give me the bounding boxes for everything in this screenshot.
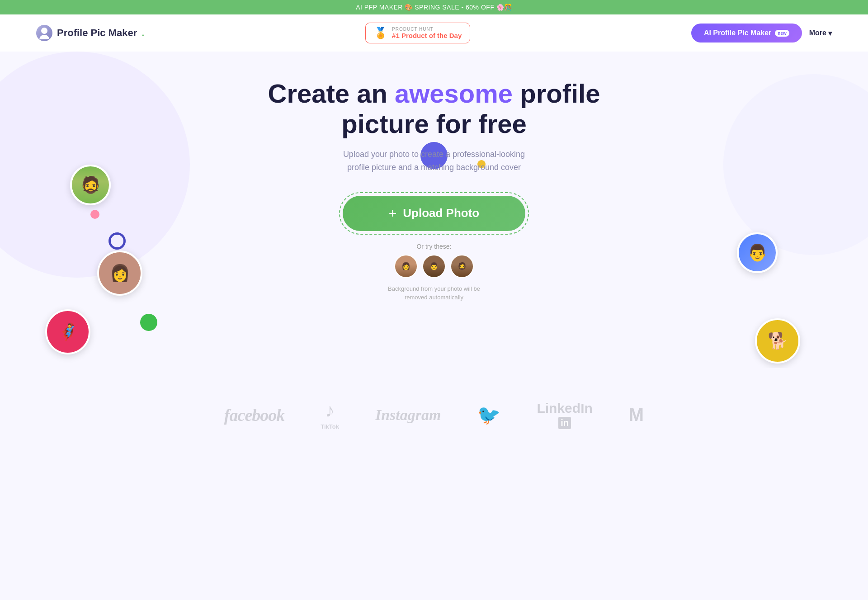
logo-text: Profile Pic Maker <box>57 27 137 39</box>
headline-part2: profile <box>513 79 600 108</box>
bg-note-line2: removed automatically <box>405 294 463 301</box>
upload-photo-button[interactable]: + Upload Photo <box>343 196 525 231</box>
logo-dot: . <box>142 27 144 39</box>
hero-headline: Create an awesome profile picture for fr… <box>9 79 859 139</box>
top-banner: AI PFP MAKER 🎨 SPRING SALE - 60% OFF 🌸🎊 <box>0 0 868 14</box>
new-badge: new <box>775 30 789 37</box>
social-logos-section: facebook ♪ TikTok Instagram 🐦 LinkedIn i… <box>0 377 868 457</box>
instagram-icon: Instagram <box>375 406 441 424</box>
or-try-text: Or try these: <box>339 243 529 250</box>
tiktok-logo: ♪ TikTok <box>321 400 339 430</box>
tiktok-label: TikTok <box>321 423 339 430</box>
hero-section: 🧔 👩 🦸 👨 🐕 Create an awesome profile pict… <box>0 52 868 368</box>
more-label: More <box>809 29 826 37</box>
ph-label: PRODUCT HUNT <box>392 27 462 32</box>
gmail-logo: M <box>629 405 644 425</box>
linkedin-in-badge: in <box>558 417 571 429</box>
ai-profile-pic-maker-button[interactable]: AI Profile Pic Maker new <box>691 24 802 43</box>
headline-awesome: awesome <box>395 79 513 108</box>
floating-profile-2: 👩 <box>97 250 142 296</box>
facebook-icon: facebook <box>224 405 284 425</box>
upload-area: + Upload Photo Or try these: 👩 👨 🧔 Backg… <box>339 192 529 302</box>
more-button[interactable]: More ▾ <box>809 29 832 38</box>
medal-icon: 🏅 <box>374 27 387 39</box>
decor-green-circle <box>140 314 157 331</box>
decor-pink-circle <box>90 210 99 219</box>
floating-profile-4: 👨 <box>737 232 778 273</box>
tiktok-icon: ♪ <box>325 400 335 421</box>
linkedin-logo: LinkedIn in <box>537 401 592 429</box>
hero-subtitle: Upload your photo to create a profession… <box>9 148 859 174</box>
logo-icon <box>36 25 52 41</box>
headline-part1: Create an <box>268 79 395 108</box>
sample-avatar-male-2[interactable]: 🧔 <box>450 255 474 278</box>
floating-profile-3: 🦸 <box>45 309 90 354</box>
ph-value: #1 Product of the Day <box>392 32 462 39</box>
subtitle-line1: Upload your photo to create a profession… <box>343 150 525 159</box>
gmail-icon: M <box>629 405 644 425</box>
logo[interactable]: Profile Pic Maker. <box>36 25 144 41</box>
ai-btn-label: AI Profile Pic Maker <box>704 29 771 37</box>
linkedin-text: LinkedIn <box>537 401 592 416</box>
twitter-icon: 🐦 <box>477 404 500 426</box>
plus-icon: + <box>389 206 397 221</box>
avatar-f1-icon: 👩 <box>401 262 410 270</box>
upload-label: Upload Photo <box>403 206 479 220</box>
avatar-m2-icon: 🧔 <box>458 262 467 270</box>
header: Profile Pic Maker. 🏅 PRODUCT HUNT #1 Pro… <box>0 14 868 52</box>
sample-avatars: 👩 👨 🧔 <box>339 255 529 278</box>
sample-avatar-male-1[interactable]: 👨 <box>422 255 446 278</box>
floating-profile-5: 🐕 <box>755 318 800 364</box>
decor-ring <box>108 232 126 250</box>
sample-avatar-female[interactable]: 👩 <box>394 255 418 278</box>
chevron-down-icon: ▾ <box>828 29 832 38</box>
bg-remove-note: Background from your photo will be remov… <box>339 284 529 302</box>
facebook-logo: facebook <box>224 405 284 425</box>
twitter-logo: 🐦 <box>477 404 500 426</box>
avatar-m1-icon: 👨 <box>429 262 439 270</box>
upload-dashed-border: + Upload Photo <box>339 192 529 235</box>
bg-note-line1: Background from your photo will be <box>388 285 480 292</box>
product-hunt-badge[interactable]: 🏅 PRODUCT HUNT #1 Product of the Day <box>365 23 470 43</box>
banner-text: AI PFP MAKER 🎨 SPRING SALE - 60% OFF 🌸🎊 <box>356 4 512 11</box>
subtitle-line2: profile picture and a matching backgroun… <box>347 163 521 172</box>
ph-text: PRODUCT HUNT #1 Product of the Day <box>392 27 462 39</box>
instagram-logo: Instagram <box>375 406 441 424</box>
nav-right: AI Profile Pic Maker new More ▾ <box>691 24 832 43</box>
headline-line2: picture for free <box>341 109 526 138</box>
